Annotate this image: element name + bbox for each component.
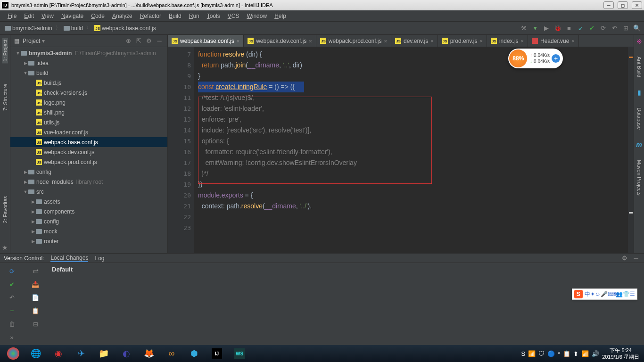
build-icon[interactable]: ⚒ xyxy=(520,24,528,33)
tree-item[interactable]: ▶.idea xyxy=(10,58,167,68)
ime-option[interactable]: ✦ xyxy=(590,291,595,297)
diff-icon[interactable]: ⮂ xyxy=(31,267,40,275)
tray-icon[interactable]: 📶 xyxy=(581,350,589,357)
tree-item[interactable]: JSutils.js xyxy=(10,117,167,127)
code-line[interactable]: loader: 'eslint-loader', xyxy=(198,103,630,114)
default-changelist[interactable]: Default xyxy=(52,266,639,273)
right-tab-maven[interactable]: Maven Projects xyxy=(636,158,642,197)
close-tab-icon[interactable]: × xyxy=(237,38,239,44)
tray-icon[interactable]: S xyxy=(521,350,525,357)
tray-icon[interactable]: * xyxy=(558,350,560,357)
tree-item[interactable]: JSbuild.js xyxy=(10,78,167,88)
perf-expand-icon[interactable]: + xyxy=(552,54,560,63)
tree-item[interactable]: ▶assets xyxy=(10,197,167,206)
close-tab-icon[interactable]: × xyxy=(479,38,482,44)
ime-option[interactable]: 中 xyxy=(585,291,590,297)
gear-icon[interactable]: ⚙ xyxy=(145,37,153,45)
code-line[interactable]: const createLintingRule = () => ({ xyxy=(198,82,630,92)
code-content[interactable]: function resolve (dir) { return path.joi… xyxy=(194,47,634,253)
tree-arrow-icon[interactable]: ▶ xyxy=(30,219,36,224)
taskbar-app-eclipse[interactable]: ◐ xyxy=(116,346,137,361)
menu-help[interactable]: Help xyxy=(271,13,290,19)
code-line[interactable]: }*/ xyxy=(198,168,630,179)
ime-option[interactable]: 👥 xyxy=(616,291,623,297)
close-tab-icon[interactable]: × xyxy=(384,38,387,44)
tree-arrow-icon[interactable]: ▶ xyxy=(23,61,28,66)
tree-item[interactable]: ▶node_moduleslibrary root xyxy=(10,177,167,187)
code-line[interactable]: function resolve (dir) { xyxy=(198,49,630,60)
breadcrumb-item[interactable]: JSwebpack.base.conf.js xyxy=(92,25,158,32)
editor-tab[interactable]: Header.vue× xyxy=(528,35,579,47)
hide-icon[interactable]: ─ xyxy=(155,37,164,45)
editor-tab[interactable]: JSdev.env.js× xyxy=(391,35,438,47)
tree-item[interactable]: JSwebpack.dev.conf.js xyxy=(10,147,167,157)
start-button[interactable] xyxy=(3,346,24,361)
close-tab-icon[interactable]: × xyxy=(521,38,524,44)
delete-icon[interactable]: 🗑 xyxy=(8,320,16,328)
revert-icon[interactable]: ↶ xyxy=(8,293,16,302)
code-line[interactable]: options: { xyxy=(198,136,630,147)
tree-item[interactable]: ▼src xyxy=(10,187,167,197)
menu-refactor[interactable]: Refactor xyxy=(136,13,165,19)
tree-item[interactable]: ▼build xyxy=(10,68,167,78)
right-tab-database[interactable]: Database xyxy=(636,106,642,132)
tree-arrow-icon[interactable]: ▶ xyxy=(30,229,36,234)
vcs-commit-icon[interactable]: ✔ xyxy=(587,24,596,33)
run-icon[interactable]: ▶ xyxy=(542,24,551,33)
tray-icon[interactable]: 🔊 xyxy=(592,350,599,357)
close-tab-icon[interactable]: × xyxy=(430,38,433,44)
tree-item[interactable]: ▶components xyxy=(10,206,167,216)
tray-icon[interactable]: ⬆ xyxy=(573,350,578,357)
ime-option[interactable]: ⌨ xyxy=(608,291,616,297)
menu-build[interactable]: Build xyxy=(165,13,185,19)
editor-tab[interactable]: JSwebpack.base.conf.js× xyxy=(168,35,244,47)
tree-arrow-icon[interactable]: ▶ xyxy=(23,180,28,184)
gear-icon[interactable]: ⚙ xyxy=(620,254,629,263)
structure-icon[interactable]: ⊞ xyxy=(621,24,630,33)
error-stripe[interactable] xyxy=(628,47,634,253)
debug-icon[interactable]: 🐞 xyxy=(553,24,562,33)
menu-window[interactable]: Window xyxy=(243,13,271,19)
tree-item[interactable]: ▼bmymis3-adminF:\Tirain\Project\bmymis3-… xyxy=(10,48,167,58)
menu-analyze[interactable]: Analyze xyxy=(108,13,136,19)
code-line[interactable]: } xyxy=(198,71,630,82)
code-line[interactable]: module.exports = { xyxy=(198,190,630,201)
code-line[interactable]: return path.join(__dirname, '..', dir) xyxy=(198,60,630,71)
tray-icon[interactable]: 📋 xyxy=(563,350,570,357)
left-tab-structure[interactable]: 7: Structure xyxy=(2,82,8,113)
menu-edit[interactable]: Edit xyxy=(20,13,38,19)
tree-item[interactable]: JSlogo.png xyxy=(10,98,167,107)
search-icon[interactable]: 🔍 xyxy=(633,24,641,33)
menu-tools[interactable]: Tools xyxy=(203,13,224,19)
config-dropdown[interactable]: ▾ xyxy=(531,24,539,33)
tray-icon[interactable]: 📶 xyxy=(528,350,536,357)
vcs-update-icon[interactable]: ↙ xyxy=(576,24,585,33)
vcs-tab-local-changes[interactable]: Local Changes xyxy=(50,255,88,262)
tree-item[interactable]: ▶config xyxy=(10,167,167,177)
tree-item[interactable]: ▶mock xyxy=(10,226,167,236)
code-line[interactable]: formatter: require('eslint-friendly-form… xyxy=(198,147,630,157)
taskbar-app-firefox[interactable]: 🦊 xyxy=(139,346,159,361)
tree-item[interactable]: JSvue-loader.conf.js xyxy=(10,127,167,137)
copy-icon[interactable]: 📋 xyxy=(31,306,40,315)
taskbar-app-gourd[interactable]: ∞ xyxy=(161,346,182,361)
tree-arrow-icon[interactable]: ▼ xyxy=(23,71,28,75)
tree-item[interactable]: JSwebpack.prod.conf.js xyxy=(10,157,167,167)
project-tree[interactable]: ▼bmymis3-adminF:\Tirain\Project\bmymis3-… xyxy=(10,47,167,253)
commit-icon[interactable]: ✔ xyxy=(8,280,16,288)
vcs-tab-log[interactable]: Log xyxy=(95,255,104,262)
tree-item[interactable]: JSshili.png xyxy=(10,107,167,117)
editor-tab[interactable]: JSwebpack.prod.conf.js× xyxy=(316,35,391,47)
tree-arrow-icon[interactable]: ▶ xyxy=(30,239,36,244)
code-line[interactable]: /*test: /\.(js|vue)$/, xyxy=(198,92,630,103)
scroll-from-source-icon[interactable]: ⊕ xyxy=(124,37,132,45)
taskbar-app-webstorm[interactable]: WS xyxy=(229,346,250,361)
taskbar-app-chrome[interactable]: 🌐 xyxy=(25,346,46,361)
left-tab-project[interactable]: 1: Project xyxy=(2,38,8,63)
collapse-all-icon[interactable]: ⇱ xyxy=(134,37,143,45)
left-tab-favorites[interactable]: 2: Favorites xyxy=(2,194,8,225)
tree-item[interactable]: ▶config xyxy=(10,216,167,226)
taskbar-app-netease[interactable]: ◉ xyxy=(48,346,69,361)
ime-option[interactable]: ☰ xyxy=(630,291,635,297)
ime-panel[interactable]: S 中✦☺🎤⌨👥👕☰ xyxy=(572,288,637,300)
